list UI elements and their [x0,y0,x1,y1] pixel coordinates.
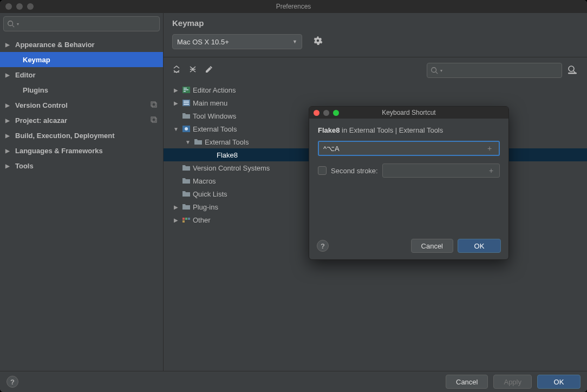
chevron-right-icon: ▶ [5,72,13,78]
first-stroke-input[interactable]: ^⌥A + [318,141,500,156]
sidebar: ▾ ▶Appearance & BehaviorKeymap▶EditorPlu… [0,13,164,371]
sidebar-item-build-execution-deployment[interactable]: ▶Build, Execution, Deployment [0,128,163,143]
dialog-ok-button[interactable]: OK [458,239,501,253]
folder-icon [182,190,191,198]
chevron-right-icon: ▶ [172,217,180,223]
help-button[interactable]: ? [6,376,18,388]
keymap-tree-label: Plug-ins [193,203,218,211]
keymap-tree-label: Other [193,216,211,224]
svg-line-1 [12,25,15,28]
minimize-icon[interactable] [16,3,23,10]
editor-icon [182,86,191,94]
chevron-down-icon: ▼ [172,126,180,132]
find-by-shortcut-button[interactable] [568,65,578,76]
svg-rect-17 [184,102,189,103]
menu-icon [182,99,191,107]
folder-icon [182,112,191,120]
sidebar-search[interactable]: ▾ [3,16,160,31]
folder-icon [194,138,203,146]
chevron-right-icon: ▶ [172,100,180,106]
page-title: Keymap [164,13,587,31]
preferences-window: Preferences ▾ ▶Appearance & BehaviorKeym… [0,0,587,392]
action-search[interactable]: ▾ [427,63,562,78]
svg-rect-22 [185,218,187,220]
dialog-cancel-button[interactable]: Cancel [411,239,453,253]
folder-icon [182,202,191,211]
sidebar-item-version-control[interactable]: ▶Version Control [0,97,163,113]
search-icon [7,20,15,28]
sidebar-item-label: Plugins [23,86,48,94]
sidebar-item-tools[interactable]: ▶Tools [0,158,163,173]
zoom-icon[interactable] [27,3,34,10]
svg-rect-5 [152,118,156,122]
svg-rect-3 [152,103,156,107]
keymap-tree-label: Main menu [193,99,227,107]
folder-icon [182,164,191,172]
svg-rect-24 [182,220,185,223]
dialog-help-button[interactable]: ? [317,240,329,252]
search-icon [431,67,438,74]
shortcut-value: ^⌥A [323,145,340,153]
svg-point-8 [569,66,574,71]
ok-button[interactable]: OK [537,375,581,389]
keymap-scheme-select[interactable]: Mac OS X 10.5+ ▼ [172,34,302,49]
chevron-right-icon: ▶ [5,117,13,123]
add-shortcut-icon[interactable]: + [485,143,494,153]
cancel-button[interactable]: Cancel [446,375,488,389]
chevron-right-icon: ▶ [5,148,13,154]
svg-rect-4 [151,117,155,121]
other-icon [182,215,191,224]
footer: ? Cancel Apply OK [0,371,587,392]
sidebar-item-languages-frameworks[interactable]: ▶Languages & Frameworks [0,143,163,158]
apply-button[interactable]: Apply [493,375,532,389]
edit-button[interactable] [205,65,216,76]
expand-all-button[interactable] [172,65,183,76]
titlebar: Preferences [0,0,587,13]
svg-rect-16 [184,101,189,102]
keymap-tree-label: Tool Windows [193,112,236,120]
svg-rect-2 [151,102,155,106]
svg-point-6 [432,68,436,73]
second-stroke-input[interactable]: + [382,164,500,178]
svg-rect-18 [184,104,189,105]
keymap-tree-item-editor-actions[interactable]: ▶Editor Actions [164,83,587,96]
sidebar-item-plugins[interactable]: Plugins [0,82,163,97]
blank-icon [206,151,214,159]
sidebar-item-label: Keymap [23,56,50,64]
sidebar-item-label: Languages & Frameworks [15,147,103,155]
svg-rect-13 [184,89,188,90]
sidebar-item-appearance-behavior[interactable]: ▶Appearance & Behavior [0,37,163,52]
dialog-title: Keyboard Shortcut [309,109,508,116]
close-icon[interactable] [5,3,12,10]
collapse-all-button[interactable] [188,65,199,76]
sidebar-item-label: Editor [15,71,36,79]
sidebar-item-label: Build, Execution, Deployment [15,132,114,140]
chevron-right-icon: ▶ [5,163,13,169]
chevron-right-icon: ▶ [172,87,180,93]
project-scope-icon [150,116,158,123]
chevron-right-icon: ▶ [172,204,180,210]
window-title: Preferences [0,3,587,10]
keymap-tree-label: Flake8 [217,151,238,159]
svg-rect-23 [188,218,190,220]
add-shortcut-icon[interactable]: + [486,166,496,175]
sidebar-item-editor[interactable]: ▶Editor [0,67,163,82]
sidebar-item-label: Version Control [15,101,68,109]
second-stroke-checkbox[interactable] [318,166,327,175]
sidebar-item-keymap[interactable]: Keymap [0,52,163,67]
svg-point-20 [185,127,188,130]
keymap-tree-label: Version Control Systems [193,164,270,172]
svg-rect-14 [184,91,186,92]
sidebar-item-label: Appearance & Behavior [15,41,95,49]
keymap-tree-label: Quick Lists [193,190,227,198]
svg-point-0 [8,21,13,26]
scheme-gear-button[interactable] [313,36,325,48]
chevron-right-icon: ▶ [5,42,13,48]
chevron-right-icon: ▶ [5,133,13,139]
folder-icon [182,177,191,185]
keymap-scheme-label: Mac OS X 10.5+ [177,38,229,46]
svg-line-7 [436,72,438,74]
sidebar-item-project-alcazar[interactable]: ▶Project: alcazar [0,113,163,128]
keyboard-shortcut-dialog: Keyboard Shortcut Flake8 in External Too… [309,106,509,260]
chevron-down-icon: ▼ [184,139,192,145]
